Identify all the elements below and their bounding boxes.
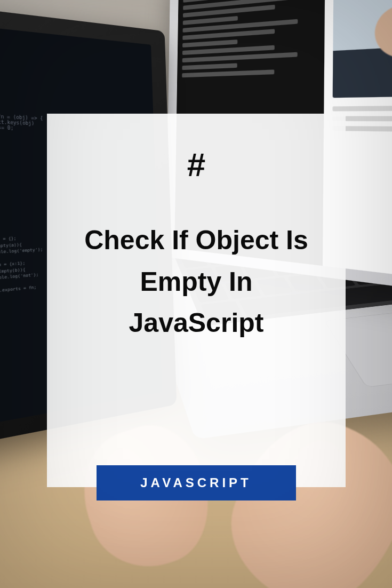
category-badge-label: JAVASCRIPT: [140, 475, 251, 490]
graphic-card: $ npm run dev > build compiling modules.…: [0, 0, 392, 588]
title-card: # Check If Object Is Empty In JavaScript: [47, 114, 346, 487]
webpage-hero-photo: [332, 0, 392, 98]
card-title: Check If Object Is Empty In JavaScript: [73, 220, 320, 344]
category-badge: JAVASCRIPT: [97, 465, 296, 500]
hash-icon: #: [187, 146, 205, 184]
